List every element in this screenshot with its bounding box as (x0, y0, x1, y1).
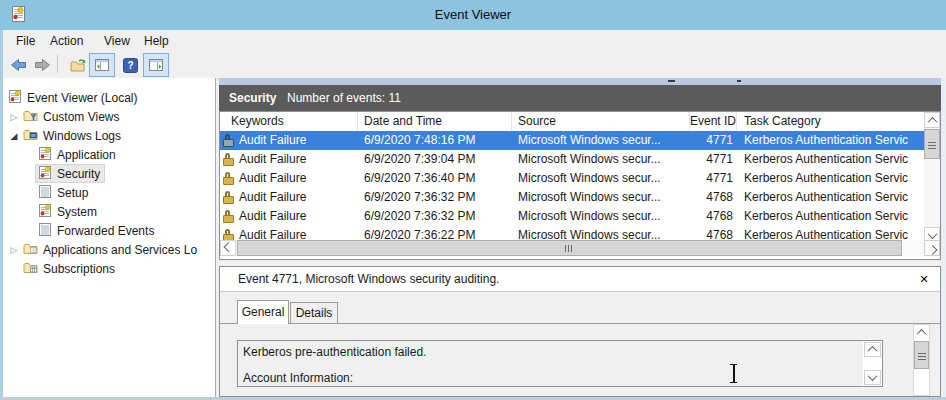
open-saved-log-button[interactable] (65, 53, 91, 77)
scroll-down-button[interactable] (864, 370, 881, 385)
event-row-selected[interactable]: Audit Failure 6/9/2020 7:48:16 PM Micros… (220, 131, 924, 150)
cell-source: Microsoft Windows secur... (512, 207, 690, 226)
events-table: Keywords Date and Time Source Event ID T… (219, 111, 941, 260)
open-folder-icon (70, 58, 87, 73)
expander-collapsed-icon[interactable]: ▷ (8, 112, 20, 122)
forward-arrow-icon (33, 57, 51, 73)
scroll-left-button[interactable] (220, 240, 236, 256)
tree-item-application[interactable]: Application (3, 145, 215, 164)
table-horizontal-scrollbar[interactable] (220, 240, 940, 256)
chevron-down-icon (927, 229, 937, 239)
column-header-keywords[interactable]: Keywords (220, 112, 358, 131)
tree-item-security[interactable]: Security (3, 164, 215, 183)
event-row[interactable]: Audit Failure 6/9/2020 7:39:04 PM Micros… (220, 150, 924, 169)
cell-event-id: 4768 (690, 188, 737, 207)
column-header-datetime[interactable]: Date and Time (358, 112, 512, 131)
detail-title: Event 4771, Microsoft Windows security a… (238, 267, 499, 291)
cell-source: Microsoft Windows secur... (512, 169, 690, 188)
menu-view[interactable]: View (100, 30, 134, 52)
tree-item-subscriptions[interactable]: Subscriptions (3, 259, 215, 278)
cell-event-id: 4768 (690, 226, 737, 240)
cell-keywords: Audit Failure (220, 226, 358, 240)
tree-item-forwarded-events[interactable]: Forwarded Events (3, 221, 215, 240)
cell-event-id: 4771 (690, 131, 737, 150)
toolbar-separator (57, 55, 58, 73)
cell-source: Microsoft Windows secur... (512, 131, 690, 150)
detail-header: Event 4771, Microsoft Windows security a… (220, 267, 940, 292)
tree-item-custom-views[interactable]: ▷ Custom Views (3, 107, 215, 126)
event-viewer-node-icon (8, 89, 22, 107)
tree-item-label: Setup (57, 186, 88, 200)
window-title: Event Viewer (0, 0, 946, 30)
cell-datetime: 6/9/2020 7:39:04 PM (358, 150, 512, 169)
help-button[interactable]: ? (117, 53, 143, 77)
close-icon[interactable]: ✕ (916, 271, 932, 287)
tree-item-setup[interactable]: Setup (3, 183, 215, 202)
subscriptions-folder-icon (23, 261, 38, 277)
toggle-console-tree-button[interactable] (89, 53, 115, 77)
vertical-scroll-thumb[interactable] (914, 341, 929, 369)
column-header-event-id[interactable]: Event ID (690, 112, 737, 131)
cell-datetime: 6/9/2020 7:36:32 PM (358, 188, 512, 207)
event-description-box[interactable]: Kerberos pre-authentication failed. Acco… (237, 340, 883, 387)
cell-datetime: 6/9/2020 7:48:16 PM (358, 131, 512, 150)
tree-item-applications-services-logs[interactable]: ▷ Applications and Services Lo (3, 240, 215, 259)
horizontal-scroll-thumb[interactable] (237, 240, 902, 256)
table-vertical-scrollbar[interactable] (924, 112, 940, 243)
vertical-scroll-thumb[interactable] (924, 129, 940, 159)
audit-failure-lock-icon (223, 172, 234, 185)
menu-action[interactable]: Action (46, 30, 87, 52)
console-tree-icon (94, 58, 110, 72)
event-row[interactable]: Audit Failure 6/9/2020 7:36:32 PM Micros… (220, 207, 924, 226)
event-detail-panel: Event 4771, Microsoft Windows security a… (219, 266, 941, 397)
event-row[interactable]: Audit Failure 6/9/2020 7:36:40 PM Micros… (220, 169, 924, 188)
cell-source: Microsoft Windows secur... (512, 226, 690, 240)
tree-item-event-viewer-local[interactable]: Event Viewer (Local) (3, 88, 215, 107)
cell-event-id: 4768 (690, 207, 737, 226)
tree-item-system[interactable]: System (3, 202, 215, 221)
event-description-line: Account Information: (243, 371, 353, 385)
tab-general[interactable]: General (237, 300, 289, 324)
tree-item-label: Subscriptions (43, 262, 115, 276)
event-row[interactable]: Audit Failure 6/9/2020 7:36:32 PM Micros… (220, 188, 924, 207)
column-header-source[interactable]: Source (512, 112, 690, 131)
scroll-right-button[interactable] (924, 240, 940, 256)
tree-item-windows-logs[interactable]: ◢ Windows Logs (3, 126, 215, 145)
clipped-text-artifact (668, 80, 675, 82)
description-scrollbar[interactable] (863, 341, 882, 386)
detail-panel-scrollbar[interactable] (913, 324, 930, 396)
svg-text:?: ? (127, 60, 133, 71)
menu-help[interactable]: Help (140, 30, 173, 52)
audit-failure-lock-icon (223, 153, 234, 166)
log-header-bar: Security Number of events: 11 (219, 85, 941, 111)
chevron-up-icon (868, 346, 878, 356)
window-border-right (941, 78, 946, 400)
forwarded-events-log-icon (38, 222, 52, 240)
expander-expanded-icon[interactable]: ◢ (8, 131, 20, 141)
scroll-up-button[interactable] (864, 342, 881, 357)
scroll-up-button[interactable] (924, 112, 940, 128)
expander-collapsed-icon[interactable]: ▷ (8, 245, 20, 255)
menu-file[interactable]: File (12, 30, 39, 52)
cell-keywords: Audit Failure (220, 150, 358, 169)
table-header: Keywords Date and Time Source Event ID T… (220, 112, 924, 132)
scroll-grip-icon (928, 140, 936, 149)
cell-keywords: Audit Failure (220, 131, 358, 150)
scroll-up-button[interactable] (914, 325, 929, 340)
events-count: Number of events: 11 (287, 85, 401, 111)
column-header-task-category[interactable]: Task Category (737, 112, 924, 131)
event-row-clipped[interactable]: Audit Failure 6/9/2020 7:36:22 PM Micros… (220, 226, 924, 240)
event-viewer-window: Event Viewer File Action View Help (0, 0, 946, 400)
action-pane-icon (148, 58, 164, 72)
application-log-icon (38, 146, 52, 164)
tree-item-label: System (57, 205, 97, 219)
toggle-action-pane-button[interactable] (143, 53, 169, 77)
help-icon: ? (123, 58, 138, 73)
forward-button[interactable] (29, 53, 55, 77)
clipped-text-artifact (737, 80, 741, 82)
audit-failure-lock-icon (223, 229, 234, 240)
tree-item-label: Application (57, 148, 116, 162)
title-bar[interactable]: Event Viewer (0, 0, 946, 30)
tab-details[interactable]: Details (290, 302, 338, 324)
console-tree-pane: Event Viewer (Local) ▷ Custom Views ◢ Wi… (3, 78, 216, 397)
